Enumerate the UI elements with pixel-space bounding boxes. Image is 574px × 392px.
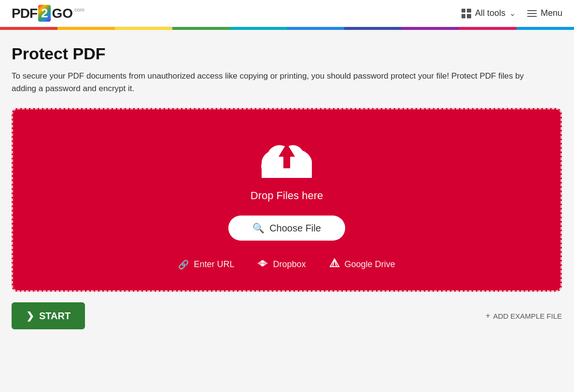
logo-go-text: GO <box>52 6 73 21</box>
grid-icon <box>462 9 471 18</box>
dropbox-icon <box>257 258 268 271</box>
cloud-upload-icon <box>255 134 318 182</box>
plus-icon: + <box>486 311 490 320</box>
google-drive-label: Google Drive <box>345 259 395 270</box>
main-content: Protect PDF To secure your PDF documents… <box>0 30 574 339</box>
menu-button[interactable]: Menu <box>527 8 562 18</box>
all-tools-label: All tools <box>475 8 505 18</box>
menu-label: Menu <box>541 8 562 18</box>
google-drive-icon <box>329 258 340 271</box>
start-label: START <box>39 311 70 322</box>
link-icon: 🔗 <box>178 259 189 270</box>
page-title: Protect PDF <box>12 44 562 63</box>
upload-options: 🔗 Enter URL Dropbox <box>178 258 395 271</box>
logo-2-text: 2 <box>38 5 51 22</box>
add-example-button[interactable]: + ADD EXAMPLE FILE <box>486 311 562 320</box>
drop-files-text: Drop Files here <box>251 189 323 202</box>
page-description: To secure your PDF documents from unauth… <box>12 70 543 95</box>
bottom-bar: ❯ START + ADD EXAMPLE FILE <box>12 302 562 329</box>
hamburger-icon <box>527 10 537 17</box>
upload-box[interactable]: Drop Files here 🔍 Choose File 🔗 Enter UR… <box>12 108 562 292</box>
header-nav: All tools ⌄ Menu <box>462 8 562 18</box>
dropbox-label: Dropbox <box>273 259 306 270</box>
choose-file-button[interactable]: 🔍 Choose File <box>228 216 345 241</box>
choose-file-label: Choose File <box>269 223 321 234</box>
all-tools-button[interactable]: All tools ⌄ <box>462 8 516 18</box>
logo-com-text: .com <box>73 7 84 13</box>
google-drive-option[interactable]: Google Drive <box>329 258 395 271</box>
header: PDF 2 GO .com All tools ⌄ Menu <box>0 0 574 27</box>
logo-pdf-text: PDF <box>12 6 37 21</box>
chevron-right-icon: ❯ <box>26 310 34 322</box>
start-button[interactable]: ❯ START <box>12 302 85 329</box>
enter-url-label: Enter URL <box>194 259 234 270</box>
logo[interactable]: PDF 2 GO .com <box>12 5 84 22</box>
search-icon: 🔍 <box>252 222 265 234</box>
dropbox-option[interactable]: Dropbox <box>257 258 306 271</box>
enter-url-option[interactable]: 🔗 Enter URL <box>178 259 234 270</box>
chevron-down-icon: ⌄ <box>509 9 516 18</box>
add-example-label: ADD EXAMPLE FILE <box>493 312 562 320</box>
